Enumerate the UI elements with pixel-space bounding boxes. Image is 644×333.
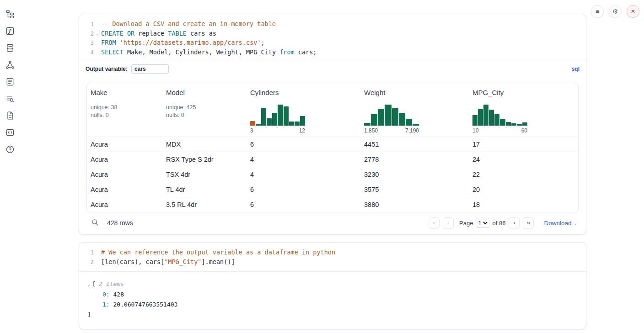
table-row[interactable]: AcuraRSX Type S 2dr4277824 <box>87 152 578 167</box>
axis-min-label: 3 <box>250 127 253 134</box>
code-token: cars as <box>187 30 216 37</box>
settings-button[interactable]: ⚙ <box>609 5 622 18</box>
tree-close-line: ] <box>87 310 578 320</box>
next-page-button[interactable]: › <box>509 217 520 228</box>
gear-icon: ⚙ <box>612 8 618 15</box>
histogram-bar <box>406 119 412 126</box>
menu-button[interactable]: ≡ <box>591 5 604 18</box>
sidebar-snippets-button[interactable] <box>5 111 15 121</box>
output-variable-bar: Output variable: sql <box>79 62 586 75</box>
table-cell: 6 <box>247 197 360 212</box>
sidebar-dependency-graph-button[interactable] <box>5 60 15 70</box>
chevron-down-icon: ⌄ <box>573 221 577 226</box>
fold-gutter <box>94 38 101 48</box>
fold-gutter <box>94 248 101 258</box>
code-line: 1-- Download a CSV and create an in-memo… <box>83 20 581 29</box>
pagination: « ‹ Page 1 of 86 › » Download ⌄ <box>425 217 577 228</box>
tree-entry: 0: 428 <box>102 290 578 300</box>
sidebar-documentation-button[interactable] <box>5 127 15 137</box>
file-tree-icon <box>5 10 15 19</box>
sql-code-editor[interactable]: 1-- Download a CSV and create an in-memo… <box>79 14 586 62</box>
histogram-bar <box>278 105 283 126</box>
code-line: 4SELECT Make, Model, Cylinders, Weight, … <box>83 48 581 58</box>
fold-gutter <box>94 20 101 29</box>
sidebar-scratchpad-button[interactable] <box>5 77 15 87</box>
histogram-bar <box>272 113 277 126</box>
download-label: Download <box>544 220 571 227</box>
histogram-bar <box>500 119 505 126</box>
table-row[interactable]: Acura3.5 RL 4dr6388018 <box>87 197 578 212</box>
download-button[interactable]: Download ⌄ <box>544 220 577 227</box>
code-token: 'https://datasets.marimo.app/cars.csv' <box>120 39 261 46</box>
histogram-bar <box>295 122 300 126</box>
code-text: FROM 'https://datasets.marimo.app/cars.c… <box>101 38 265 48</box>
table-cell: RSX Type S 2dr <box>162 152 247 167</box>
list-search-icon <box>5 94 15 103</box>
table-row[interactable]: AcuraTSX 4dr4323022 <box>87 167 578 182</box>
histogram-bar <box>399 113 405 126</box>
code-token: from <box>279 48 295 56</box>
code-token: Make, Model, Cylinders, Weight, MPG_City <box>123 48 279 56</box>
axis-min-label: 10 <box>472 127 478 134</box>
line-number: 4 <box>83 48 94 58</box>
line-number: 2 <box>83 29 94 39</box>
column-name: Cylinders <box>250 89 357 96</box>
table-header: Makeunique: 38nulls: 0Modelunique: 425nu… <box>87 83 578 137</box>
code-token: CREATE <box>101 30 123 37</box>
histogram-bar <box>392 108 398 126</box>
python-output: ⌄[2 Items 0: 4281: 20.060747663551403 ] <box>79 271 586 329</box>
collapse-chevron-icon[interactable]: ⌄ <box>87 282 90 287</box>
histogram-bar <box>300 116 305 126</box>
code-token: TABLE <box>168 30 187 37</box>
line-number: 1 <box>83 20 94 29</box>
code-line: 3FROM 'https://datasets.marimo.app/cars.… <box>83 38 581 48</box>
axis-min-label: 1,850 <box>364 127 378 134</box>
function-icon <box>5 26 15 36</box>
sidebar-datasources-button[interactable] <box>5 43 15 53</box>
shutdown-button[interactable]: ✕ <box>627 5 639 18</box>
sidebar-file-explorer-button[interactable] <box>5 9 15 19</box>
table-footer: 428 rows « ‹ Page 1 of 86 › » Download ⌄ <box>86 212 579 233</box>
table-cell: 18 <box>469 197 578 212</box>
first-page-button[interactable]: « <box>429 217 440 228</box>
page-select[interactable]: 1 <box>476 218 489 228</box>
code-text: # We can reference the output variable a… <box>101 248 335 258</box>
tree-entry: 1: 20.060747663551403 <box>102 300 578 310</box>
code-token: FROM <box>101 39 116 46</box>
tree-root-line: ⌄[2 Items <box>87 279 578 290</box>
tree-key: 0: <box>102 291 110 298</box>
table-row[interactable]: AcuraMDX6445117 <box>87 137 578 152</box>
prev-page-button[interactable]: ‹ <box>443 217 454 228</box>
table-cell: 3230 <box>360 167 469 182</box>
histogram-axis: 1,8507,190 <box>364 127 419 134</box>
python-code-editor[interactable]: 1# We can reference the output variable … <box>79 243 586 271</box>
code-token: # We can reference the output variable a… <box>101 248 335 256</box>
line-number: 2 <box>83 258 94 267</box>
sidebar-help-button[interactable] <box>5 144 15 154</box>
last-page-button[interactable]: » <box>523 217 534 228</box>
language-badge[interactable]: sql <box>572 66 580 72</box>
table-cell: TL 4dr <box>162 182 247 197</box>
sidebar-variables-button[interactable] <box>5 26 15 36</box>
column-header: Cylinders312 <box>247 83 360 137</box>
code-text: [len(cars), cars["MPG_City"].mean()] <box>101 258 235 267</box>
fold-gutter <box>94 258 101 267</box>
help-icon <box>5 145 15 154</box>
sidebar-logs-button[interactable] <box>5 94 15 104</box>
fold-chevron-icon[interactable]: ⌄ <box>94 29 101 39</box>
code-line: 1# We can reference the output variable … <box>83 248 581 258</box>
code-line: 2⌄CREATE OR replace TABLE cars as <box>83 29 581 39</box>
table-cell: Acura <box>87 167 162 182</box>
histogram-bar <box>472 115 478 126</box>
table-cell: Acura <box>87 137 162 152</box>
row-count: 428 rows <box>107 219 133 227</box>
table-row[interactable]: AcuraTL 4dr6357520 <box>87 182 578 197</box>
table-body: AcuraMDX6445117AcuraRSX Type S 2dr427782… <box>87 137 578 212</box>
histogram-bar <box>413 124 419 126</box>
code-token: SELECT <box>101 48 123 56</box>
column-header: Modelunique: 425nulls: 0 <box>162 83 247 137</box>
output-variable-input[interactable] <box>131 64 169 74</box>
code-text: SELECT Make, Model, Cylinders, Weight, M… <box>101 48 317 58</box>
search-button[interactable] <box>88 218 99 227</box>
column-stat: nulls: 0 <box>166 111 243 119</box>
